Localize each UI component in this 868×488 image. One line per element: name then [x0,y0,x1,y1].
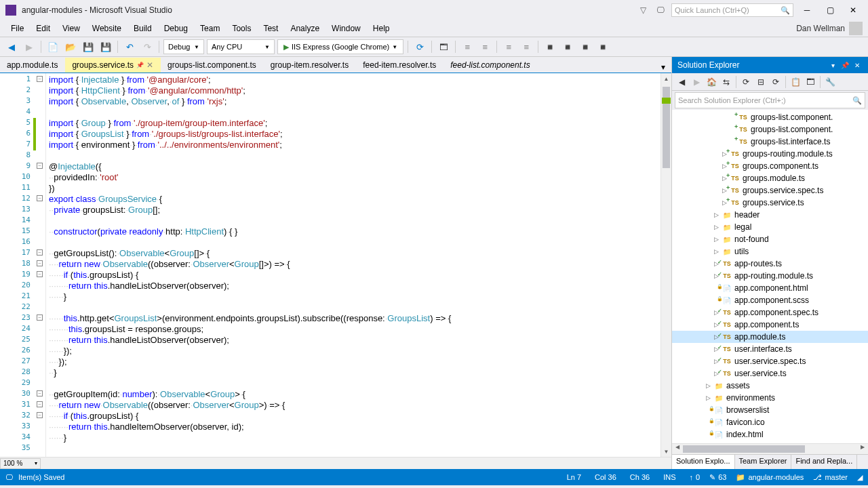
menu-file[interactable]: File [5,22,29,35]
solution-item[interactable]: ▷📁utils [672,245,868,258]
undo-button[interactable]: ↶ [122,39,137,54]
pending-changes[interactable]: ✎ 63 [709,473,726,482]
tab-team-explorer[interactable]: Team Explorer [735,455,792,469]
outdent-button[interactable]: ≡ [501,39,516,54]
publish-button[interactable]: ↑ 0 [690,473,701,481]
solution-item[interactable]: ▷TSgroups-routing.module.ts [672,148,868,160]
tab-groups-service[interactable]: groups.service.ts📌✕ [65,58,161,73]
menu-help[interactable]: Help [368,22,395,35]
clear-bookmarks-button[interactable]: ◾ [595,39,610,54]
close-button[interactable]: ✕ [844,3,863,17]
fold-toggle[interactable]: − [37,412,43,418]
bookmark-button[interactable]: ◾ [542,39,557,54]
se-horizontal-scrollbar[interactable]: ◀ ▶ [672,443,868,454]
solution-item[interactable]: TSgroups-list.interface.ts [672,136,868,148]
menu-window[interactable]: Window [326,22,366,35]
tab-overflow-button[interactable]: ▾ [658,62,669,73]
menu-tools[interactable]: Tools [226,22,256,35]
menu-analyze[interactable]: Analyze [285,22,325,35]
solution-explorer-search[interactable]: Search Solution Explorer (Ctrl+;) 🔍 [675,92,865,108]
new-item-button[interactable]: 📄 [45,39,60,54]
horizontal-scrollbar[interactable]: 100 %▾ [0,457,671,469]
uncomment-button[interactable]: ≡ [477,39,492,54]
pin-icon[interactable]: 📌 [136,62,144,68]
solution-item[interactable]: TSgroups-list.component. [672,123,868,136]
quick-launch-input[interactable]: Quick Launch (Ctrl+Q) 🔍 [671,3,793,17]
tab-app-module[interactable]: app.module.ts [0,58,65,73]
solution-item[interactable]: ▷📁assets [672,380,868,392]
se-preview-button[interactable]: 🗔 [804,75,817,89]
repo-name[interactable]: 📁 angular-modules [736,473,804,482]
prev-bookmark-button[interactable]: ◾ [560,39,575,54]
tab-groups-list-component[interactable]: groups-list.component.ts [161,58,264,73]
fold-toggle[interactable]: − [37,401,43,407]
solution-item[interactable]: ▷TSapp-routes.ts [672,258,868,270]
comment-button[interactable]: ≡ [460,39,475,54]
maximize-button[interactable]: ▢ [821,3,840,17]
solution-item[interactable]: ▷📁environments [672,392,868,404]
fold-toggle[interactable]: − [37,195,43,201]
branch-name[interactable]: ⎇ master [813,473,848,482]
se-properties-button[interactable]: 🔧 [823,75,837,89]
se-collapse-button[interactable]: ⊟ [754,75,768,89]
se-back-button[interactable]: ◀ [675,75,688,89]
solution-item[interactable]: ▷TSgroups.service.spec.ts [672,184,868,197]
nav-fwd-button[interactable]: ▶ [22,39,37,54]
solution-item[interactable]: ▷TSgroups.module.ts [672,172,868,184]
fold-toggle[interactable]: − [37,314,43,321]
solution-item[interactable]: ▷TSapp.component.ts [672,319,868,331]
menu-build[interactable]: Build [128,22,157,35]
solution-item[interactable]: ▷📁header [672,209,868,221]
panel-pin-button[interactable]: 📌 [840,60,850,70]
menu-website[interactable]: Website [87,22,127,35]
indent-button[interactable]: ≡ [519,39,534,54]
save-button[interactable]: 💾 [81,39,96,54]
platform-combo[interactable]: Any CPU▼ [207,39,275,54]
menu-test[interactable]: Test [258,22,283,35]
se-home-button[interactable]: 🏠 [705,75,718,89]
menu-team[interactable]: Team [195,22,225,35]
solution-item[interactable]: 📄browserslist [672,404,868,416]
nav-back-button[interactable]: ◀ [4,39,19,54]
notification-icon[interactable]: 🖵 [5,473,13,481]
solution-tree[interactable]: TSgroups-list.component.TSgroups-list.co… [672,110,868,443]
panel-menu-button[interactable]: ▾ [827,60,838,70]
tab-feed-item-resolver[interactable]: feed-item.resolver.ts [356,58,443,73]
run-button[interactable]: ▶IIS Express (Google Chrome)▼ [277,39,403,54]
se-fwd-button[interactable]: ▶ [690,75,703,89]
fold-toggle[interactable]: − [37,271,43,277]
user-name[interactable]: Dan Wellman [796,24,845,33]
scroll-up-arrow[interactable]: ▲ [661,73,671,84]
solution-item[interactable]: ▷📁not-found [672,233,868,245]
solution-item[interactable]: ▷TSapp.module.ts [672,331,868,343]
solution-item[interactable]: 📄favicon.ico [672,416,868,428]
tab-find-replace[interactable]: Find and Repla... [791,455,857,469]
tab-feed-list-component[interactable]: feed-list.component.ts [443,58,537,73]
se-refresh-button[interactable]: ⟳ [739,75,753,89]
save-all-button[interactable]: 💾 [98,39,113,54]
fold-toggle[interactable]: − [37,76,43,82]
se-showall-button[interactable]: 📋 [789,75,802,89]
menu-view[interactable]: View [57,22,85,35]
solution-item[interactable]: ▷TSapp.component.spec.ts [672,306,868,319]
tab-solution-explorer[interactable]: Solution Explo... [672,455,735,469]
notification-icon[interactable]: 🖵 [654,3,667,17]
solution-item[interactable]: ▷TSgroups.service.ts [672,197,868,209]
fold-toggle[interactable]: − [37,249,43,256]
close-icon[interactable]: ✕ [146,60,153,70]
user-avatar[interactable] [849,22,863,35]
menu-debug[interactable]: Debug [159,22,193,35]
vertical-scrollbar[interactable]: ▲ ▼ [660,73,671,457]
se-sync-button[interactable]: ⇆ [719,75,733,89]
toolbox-icon[interactable]: 🗔 [436,39,451,54]
solution-item[interactable]: 📄app.component.html [672,282,868,294]
redo-button[interactable]: ↷ [140,39,155,54]
solution-item[interactable]: ▷TSuser.service.spec.ts [672,355,868,367]
solution-item[interactable]: ▷TSgroups.component.ts [672,160,868,172]
browser-link-button[interactable]: ⟳ [412,39,427,54]
fold-toggle[interactable]: − [37,390,43,396]
panel-close-button[interactable]: ✕ [852,60,863,70]
minimize-button[interactable]: ─ [797,3,816,17]
scroll-down-arrow[interactable]: ▼ [661,446,671,457]
solution-item[interactable]: ▷📁legal [672,221,868,233]
